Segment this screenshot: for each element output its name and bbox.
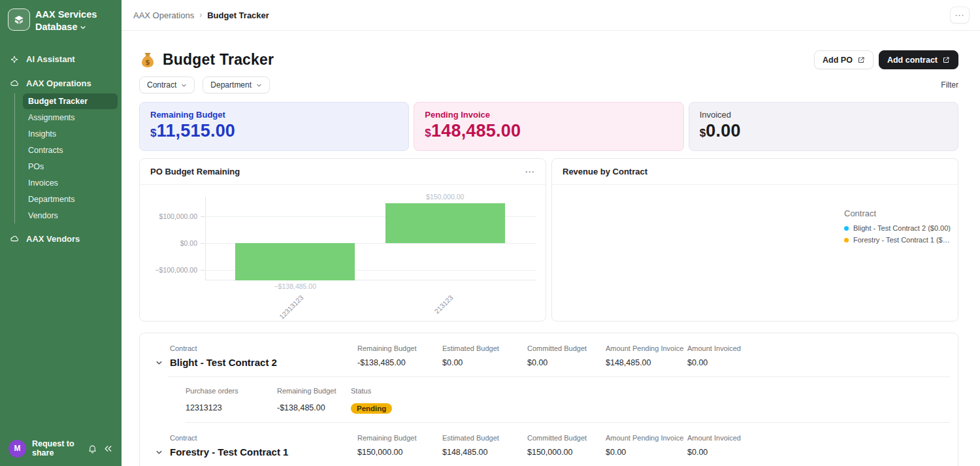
column-header: Committed Budget — [527, 434, 606, 442]
collapse-row-icon[interactable] — [155, 448, 163, 456]
column-header: Contract — [170, 344, 357, 352]
po-row[interactable]: 12313123 -$138,485.00 Pending — [140, 402, 958, 414]
sidebar-item-contracts[interactable]: Contracts — [23, 142, 118, 158]
sidebar-item-label: AI Assistant — [26, 54, 75, 64]
workspace-title-line2: Database — [35, 21, 77, 33]
contract-filter-dropdown[interactable]: Contract — [139, 76, 195, 93]
collapse-sidebar-icon[interactable] — [103, 444, 113, 454]
sidebar-item-insights[interactable]: Insights — [23, 126, 118, 142]
sidebar-item-pos[interactable]: POs — [23, 159, 118, 175]
contract-section-blight: Contract Remaining Budget Estimated Budg… — [140, 333, 958, 423]
sidebar-item-label: AAX Vendors — [26, 234, 80, 244]
chart-title: PO Budget Remaining — [150, 167, 240, 176]
avatar[interactable]: M — [8, 440, 26, 458]
chart-menu-button[interactable]: ··· — [525, 167, 535, 176]
cell-po-number: 12313123 — [186, 403, 277, 412]
remaining-budget-card: Remaining Budget $11,515.00 — [139, 102, 409, 151]
app-window: AAX Services Database AI Assistant — [0, 0, 980, 466]
column-header-row: Contract Remaining Budget Estimated Budg… — [140, 344, 958, 352]
po-chart-plot: $100,000.00$0.00−$100,000.00−$138,485.00… — [140, 185, 546, 321]
sidebar-item-assignments[interactable]: Assignments — [23, 110, 118, 125]
breadcrumb-separator-icon: › — [199, 10, 202, 20]
stat-value: 148,485.00 — [431, 121, 521, 141]
x-axis-tick-label: 213123 — [413, 293, 455, 322]
legend-item[interactable]: Blight - Test Contract 2 ($0.00) — [844, 224, 947, 232]
cell-committed-budget: $0.00 — [527, 358, 606, 367]
column-header: Amount Invoiced — [687, 344, 958, 352]
bar-value-label: $150,000.00 — [426, 193, 464, 201]
filter-link[interactable]: Filter — [941, 80, 958, 90]
department-filter-label: Department — [210, 80, 252, 90]
table-row[interactable]: Forestry - Test Contract 1 $150,000.00 $… — [140, 446, 958, 458]
cell-estimated-budget: $148,485.00 — [442, 448, 527, 457]
column-header: Amount Pending Invoice — [606, 434, 687, 442]
sidebar-item-budget-tracker[interactable]: Budget Tracker — [23, 93, 118, 109]
invoiced-card: Invoiced $0.00 — [689, 102, 958, 151]
revenue-by-contract-panel: Revenue by Contract Contract Blight - Te… — [551, 158, 958, 322]
sub-column-header-row: Purchase orders Remaining Budget Status — [140, 387, 958, 395]
main-area: AAX Operations › Budget Tracker ··· $ Bu… — [122, 0, 980, 466]
add-po-label: Add PO — [823, 56, 853, 65]
divider — [168, 376, 950, 377]
page-title: Budget Tracker — [163, 51, 274, 69]
external-link-icon — [942, 56, 950, 64]
request-to-share-button[interactable]: Request to share — [32, 439, 82, 458]
stats-row: Remaining Budget $11,515.00 Pending Invo… — [139, 102, 958, 151]
external-link-icon — [857, 56, 865, 64]
contract-name[interactable]: Blight - Test Contract 2 — [170, 357, 357, 368]
breadcrumb: AAX Operations › Budget Tracker — [133, 10, 269, 20]
column-header: Amount Pending Invoice — [606, 344, 687, 352]
title-actions: Add PO Add contract — [814, 50, 958, 69]
sidebar-item-vendors[interactable]: Vendors — [23, 208, 118, 224]
cell-amount-invoiced: $0.00 — [687, 448, 958, 457]
y-axis-tick-label: $100,000.00 — [145, 212, 197, 220]
workspace-header[interactable]: AAX Services Database — [0, 0, 122, 33]
sidebar-item-departments[interactable]: Departments — [23, 191, 118, 207]
chart-bar[interactable] — [235, 243, 355, 280]
stat-value: 11,515.00 — [157, 121, 235, 141]
currency-symbol: $ — [150, 127, 157, 139]
page-menu-button[interactable]: ··· — [950, 7, 970, 24]
cell-amount-pending-invoice: $148,485.00 — [606, 358, 687, 367]
svg-text:$: $ — [145, 58, 150, 65]
add-po-button[interactable]: Add PO — [814, 50, 874, 69]
add-contract-button[interactable]: Add contract — [879, 50, 958, 69]
department-filter-dropdown[interactable]: Department — [203, 76, 270, 93]
sidebar-item-aax-vendors[interactable]: AAX Vendors — [0, 230, 122, 248]
chart-title: Revenue by Contract — [563, 167, 647, 176]
cell-remaining-budget: -$138,485.00 — [357, 358, 442, 367]
pie-chart-plot: Contract Blight - Test Contract 2 ($0.00… — [552, 185, 958, 321]
bar-value-label: −$138,485.00 — [274, 282, 316, 290]
bell-icon[interactable] — [88, 444, 97, 454]
sidebar-item-ai-assistant[interactable]: AI Assistant — [0, 50, 122, 68]
title-row: $ Budget Tracker Add PO Add contract — [139, 50, 958, 69]
column-header: Remaining Budget — [357, 344, 442, 352]
cell-amount-invoiced: $0.00 — [687, 358, 958, 367]
legend-item[interactable]: Forestry - Test Contract 1 ($… — [844, 236, 947, 244]
column-header: Amount Invoiced — [687, 434, 958, 442]
cell-amount-pending-invoice: $0.00 — [606, 448, 687, 457]
column-header: Estimated Budget — [442, 434, 527, 442]
sparkle-icon — [9, 55, 20, 64]
contract-name[interactable]: Forestry - Test Contract 1 — [170, 446, 357, 458]
breadcrumb-root[interactable]: AAX Operations — [133, 10, 194, 20]
column-header: Status — [351, 387, 958, 395]
chart-bar[interactable] — [385, 203, 505, 244]
chart-legend: Contract Blight - Test Contract 2 ($0.00… — [844, 208, 947, 248]
sidebar-nav: AI Assistant AAX Operations Budget Track… — [0, 50, 122, 248]
cell-estimated-budget: $0.00 — [442, 358, 527, 367]
contract-section-forestry: Contract Remaining Budget Estimated Budg… — [140, 423, 958, 458]
chevron-down-icon — [256, 82, 262, 88]
column-header: Committed Budget — [527, 344, 606, 352]
cell-po-remaining: -$138,485.00 — [277, 403, 351, 412]
collapse-row-icon[interactable] — [155, 359, 163, 366]
sidebar-item-invoices[interactable]: Invoices — [23, 175, 118, 191]
workspace-title-line1: AAX Services — [35, 8, 97, 21]
sidebar-item-aax-operations[interactable]: AAX Operations — [0, 75, 122, 92]
table-row[interactable]: Blight - Test Contract 2 -$138,485.00 $0… — [140, 357, 958, 368]
column-header: Contract — [170, 434, 357, 442]
workspace-cloud-icon — [9, 234, 20, 244]
stat-label: Invoiced — [700, 110, 947, 120]
stat-label: Pending Invoice — [425, 110, 672, 120]
chevron-down-icon[interactable] — [80, 24, 86, 31]
